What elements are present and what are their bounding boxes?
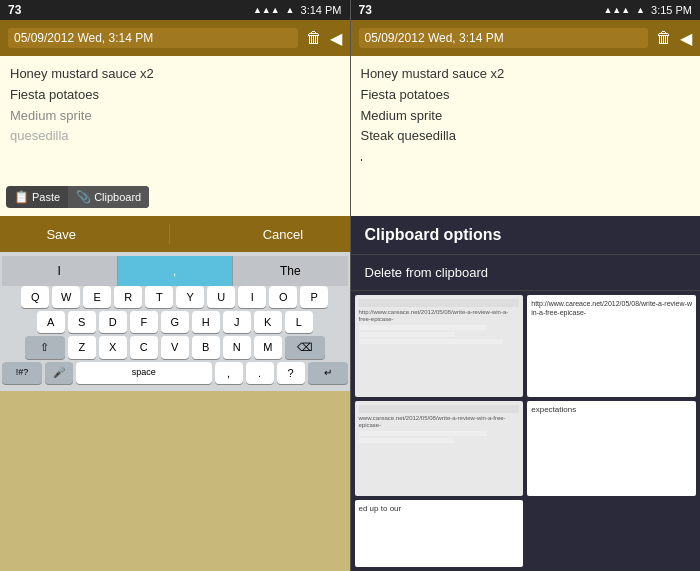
clip-cell-2-text: http://www.careace.net/2012/05/08/write-… — [531, 300, 692, 316]
key-comma[interactable]: , — [215, 362, 243, 384]
right-note-line-3: Medium sprite — [361, 106, 691, 127]
key-r[interactable]: R — [114, 286, 142, 308]
right-status-number: 73 — [359, 3, 372, 17]
save-button[interactable]: Save — [46, 227, 76, 242]
key-y[interactable]: Y — [176, 286, 204, 308]
right-note-body: Honey mustard sauce x2 Fiesta potatoes M… — [351, 56, 701, 216]
key-numbers[interactable]: !#? — [2, 362, 42, 384]
paste-button[interactable]: 📋 Paste — [6, 186, 68, 208]
clip-cell-5[interactable]: ed up to our — [355, 500, 524, 567]
left-status-number: 73 — [8, 3, 21, 17]
key-s[interactable]: S — [68, 311, 96, 333]
key-j[interactable]: J — [223, 311, 251, 333]
right-status-right: ▲▲▲ ▲ 3:15 PM — [603, 4, 692, 16]
right-note-line-2: Fiesta potatoes — [361, 85, 691, 106]
key-shift[interactable]: ⇧ — [25, 336, 65, 359]
key-e[interactable]: E — [83, 286, 111, 308]
key-d[interactable]: D — [99, 311, 127, 333]
key-c[interactable]: C — [130, 336, 158, 359]
key-h[interactable]: H — [192, 311, 220, 333]
key-w[interactable]: W — [52, 286, 80, 308]
left-header-date: 05/09/2012 Wed, 3:14 PM — [8, 28, 298, 48]
key-a[interactable]: A — [37, 311, 65, 333]
key-question[interactable]: ? — [277, 362, 305, 384]
paste-label: Paste — [32, 191, 60, 203]
key-v[interactable]: V — [161, 336, 189, 359]
right-status-bar: 73 ▲▲▲ ▲ 3:15 PM — [351, 0, 701, 20]
left-screen: 73 ▲▲▲ ▲ 3:14 PM 05/09/2012 Wed, 3:14 PM… — [0, 0, 350, 571]
key-n[interactable]: N — [223, 336, 251, 359]
cancel-button[interactable]: Cancel — [263, 227, 303, 242]
left-back-icon[interactable]: ◀ — [330, 29, 342, 48]
signal-icon: ▲▲▲ — [253, 5, 280, 15]
key-p[interactable]: P — [300, 286, 328, 308]
keyboard: I , The Q W E R T Y U I O P A S D F G H … — [0, 252, 350, 391]
key-i[interactable]: I — [238, 286, 266, 308]
clipboard-panel: Clipboard options Delete from clipboard … — [351, 216, 701, 571]
left-note-body: Honey mustard sauce x2 Fiesta potatoes M… — [0, 56, 350, 216]
keyboard-row-2: A S D F G H J K L — [2, 311, 348, 333]
right-note-header: 05/09/2012 Wed, 3:14 PM 🗑 ◀ — [351, 20, 701, 56]
keyboard-row-4: !#? 🎤 space , . ? ↵ — [2, 362, 348, 384]
action-divider — [169, 224, 170, 244]
note-partial-text: quesedilla — [10, 128, 69, 143]
clipboard-button[interactable]: 📎 Clipboard — [68, 186, 149, 208]
clipboard-label: Clipboard — [94, 191, 141, 203]
clip-cell-4-text: expectations — [531, 405, 576, 414]
suggestion-comma[interactable]: , — [118, 256, 234, 286]
key-x[interactable]: X — [99, 336, 127, 359]
keyboard-row-1: Q W E R T Y U I O P — [2, 286, 348, 308]
right-signal-icon: ▲▲▲ — [603, 5, 630, 15]
wifi-icon: ▲ — [286, 5, 295, 15]
key-u[interactable]: U — [207, 286, 235, 308]
right-back-icon[interactable]: ◀ — [680, 29, 692, 48]
right-status-time: 3:15 PM — [651, 4, 692, 16]
right-note-line-1: Honey mustard sauce x2 — [361, 64, 691, 85]
key-z[interactable]: Z — [68, 336, 96, 359]
key-enter[interactable]: ↵ — [308, 362, 348, 384]
note-line-2: Fiesta potatoes — [10, 85, 340, 106]
clip-cell-1-text: http://www.careace.net/2012/05/08/write-… — [359, 309, 520, 323]
key-b[interactable]: B — [192, 336, 220, 359]
clip-cell-1[interactable]: http://www.careace.net/2012/05/08/write-… — [355, 295, 524, 397]
key-l[interactable]: L — [285, 311, 313, 333]
clipboard-icon: 📎 — [76, 190, 91, 204]
paste-icon: 📋 — [14, 190, 29, 204]
left-status-right: ▲▲▲ ▲ 3:14 PM — [253, 4, 342, 16]
right-header-date: 05/09/2012 Wed, 3:14 PM — [359, 28, 649, 48]
keyboard-row-3: ⇧ Z X C V B N M ⌫ — [2, 336, 348, 359]
suggestion-row: I , The — [2, 256, 348, 286]
key-k[interactable]: K — [254, 311, 282, 333]
key-t[interactable]: T — [145, 286, 173, 308]
clipboard-title: Clipboard options — [351, 216, 701, 255]
left-status-bar: 73 ▲▲▲ ▲ 3:14 PM — [0, 0, 350, 20]
clip-cell-4[interactable]: expectations — [527, 401, 696, 496]
right-note-line-4: Steak quesedilla — [361, 126, 691, 147]
text-cursor — [361, 159, 362, 161]
note-line-4: quesedilla — [10, 126, 340, 147]
key-o[interactable]: O — [269, 286, 297, 308]
key-g[interactable]: G — [161, 311, 189, 333]
key-backspace[interactable]: ⌫ — [285, 336, 325, 359]
clip-cell-3-text: www.careace.net/2012/05/08/write-a-revie… — [359, 415, 520, 429]
suggestion-the[interactable]: The — [233, 256, 348, 286]
note-actions: Save Cancel — [0, 216, 350, 252]
suggestion-i[interactable]: I — [2, 256, 118, 286]
clip-cell-2[interactable]: http://www.careace.net/2012/05/08/write-… — [527, 295, 696, 397]
note-line-1: Honey mustard sauce x2 — [10, 64, 340, 85]
key-f[interactable]: F — [130, 311, 158, 333]
key-mic[interactable]: 🎤 — [45, 362, 73, 384]
key-q[interactable]: Q — [21, 286, 49, 308]
key-space[interactable]: space — [76, 362, 212, 384]
clipboard-grid: http://www.careace.net/2012/05/08/write-… — [351, 291, 701, 571]
right-trash-icon[interactable]: 🗑 — [656, 29, 672, 47]
left-status-time: 3:14 PM — [301, 4, 342, 16]
clipboard-delete-button[interactable]: Delete from clipboard — [351, 255, 701, 291]
key-period[interactable]: . — [246, 362, 274, 384]
right-screen: 73 ▲▲▲ ▲ 3:15 PM 05/09/2012 Wed, 3:14 PM… — [351, 0, 701, 571]
clip-cell-5-text: ed up to our — [359, 504, 402, 513]
paste-toolbar: 📋 Paste 📎 Clipboard — [6, 186, 149, 208]
clip-cell-3[interactable]: www.careace.net/2012/05/08/write-a-revie… — [355, 401, 524, 496]
key-m[interactable]: M — [254, 336, 282, 359]
left-trash-icon[interactable]: 🗑 — [306, 29, 322, 47]
